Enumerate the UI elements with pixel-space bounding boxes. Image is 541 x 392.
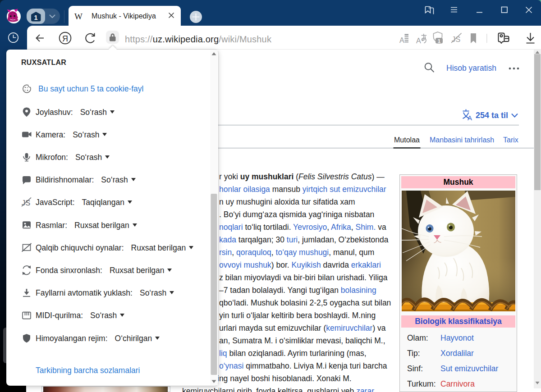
svg-text:A: A: [399, 36, 404, 44]
svg-text:JS: JS: [452, 35, 460, 43]
svg-text:W: W: [74, 12, 83, 21]
svg-text:1: 1: [438, 38, 441, 44]
svg-text:A: A: [416, 37, 421, 45]
svg-text:A: A: [468, 114, 472, 122]
svg-text:Я: Я: [62, 34, 68, 43]
svg-text:1: 1: [34, 14, 37, 21]
